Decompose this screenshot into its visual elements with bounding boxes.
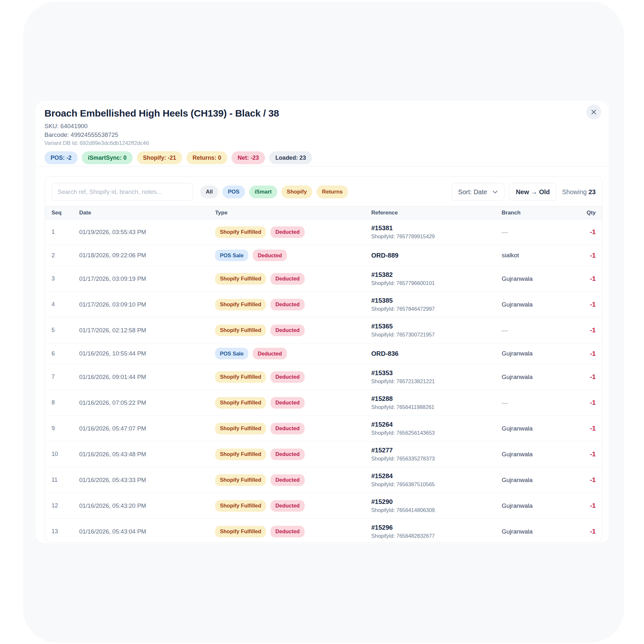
row-type-chips: Shopify FulfilledDeducted [215,325,371,336]
reference-id: #15365 [371,322,502,331]
shopify-id: ShopifyId: 7656411988261 [371,403,502,411]
row-reference: #15296ShopifyId: 7656482832677 [371,523,502,540]
shopify-id: ShopifyId: 7657789915429 [371,233,502,240]
type-chip: Shopify Fulfilled [215,226,266,238]
shopify-id: ShopifyId: 7657213821221 [371,378,502,385]
sort-select-label: Sort: Date [458,188,487,196]
type-chip: Shopify Fulfilled [215,423,266,434]
history-card: AllPOSiSmartShopifyReturns Sort: Date Ne… [45,176,602,543]
table-row: 601/16/2026, 10:55:44 PMPOS SaleDeducted… [45,343,602,364]
row-type-chips: Shopify FulfilledDeducted [215,226,371,238]
row-branch: Gujranwala [502,425,563,432]
close-button[interactable] [586,105,601,119]
row-date: 01/16/2026, 05:47:07 PM [79,425,215,432]
filter-chip-pos[interactable]: POS [223,185,245,198]
row-branch: Gujranwala [502,350,563,357]
filter-chip-returns[interactable]: Returns [317,185,348,198]
row-reference: #15264ShopifyId: 7656256143653 [371,420,502,437]
row-seq: 4 [52,301,79,308]
type-chip: Shopify Fulfilled [215,500,266,512]
history-table-body[interactable]: 101/19/2026, 03:55:43 PMShopify Fulfille… [45,219,602,543]
row-seq: 10 [52,451,79,458]
row-branch: — [502,399,563,406]
table-row: 1201/16/2026, 05:43:20 PMShopify Fulfill… [45,493,602,519]
type-chip: Deducted [270,423,304,434]
row-type-chips: POS SaleDeducted [215,250,371,261]
summary-badges: POS: -2iSmartSync: 0Shopify: -21Returns:… [44,151,597,164]
reference-id: #15296 [371,523,502,532]
reference-id: #15264 [371,420,502,429]
table-row: 301/17/2026, 03:09:19 PMShopify Fulfille… [45,266,602,292]
row-qty: -1 [563,450,596,458]
column-header-qty: Qty [563,210,596,216]
summary-badge: Shopify: -21 [137,151,182,164]
reference-id: #15290 [371,497,502,506]
type-chip: Shopify Fulfilled [215,371,266,383]
row-qty: -1 [563,425,596,432]
row-seq: 1 [52,229,79,235]
type-chip: Deducted [270,273,304,285]
shopify-id: ShopifyId: 7657300721957 [371,331,502,338]
table-header-row: Seq Date Type Reference Branch Qty [45,206,602,219]
row-type-chips: Shopify FulfilledDeducted [215,474,371,486]
table-row: 101/19/2026, 03:55:43 PMShopify Fulfille… [45,219,602,245]
search-input[interactable] [52,183,193,201]
type-chip: Deducted [270,526,304,537]
row-seq: 11 [52,477,79,483]
table-row: 701/16/2026, 09:01:44 PMShopify Fulfille… [45,364,602,390]
row-type-chips: Shopify FulfilledDeducted [215,371,371,383]
filter-chip-all[interactable]: All [200,185,218,198]
row-qty: -1 [563,327,596,334]
showing-value: 23 [589,188,596,195]
row-qty: -1 [563,301,596,308]
column-header-branch: Branch [502,210,563,216]
type-chip: Shopify Fulfilled [215,474,266,486]
type-chip: Deducted [270,474,304,486]
row-date: 01/17/2026, 03:09:10 PM [79,301,215,308]
type-chip: Deducted [270,500,304,512]
toolbar: AllPOSiSmartShopifyReturns Sort: Date Ne… [45,176,602,206]
table-row: 901/16/2026, 05:47:07 PMShopify Fulfille… [45,416,602,441]
type-chip: Deducted [253,250,287,261]
shopify-id: ShopifyId: 7656387510565 [371,481,502,488]
variant-db-id-line: Variant DB Id: 692d99e3dc6db1242ff2dc46 [44,140,597,147]
filter-chip-ismart[interactable]: iSmart [249,185,277,198]
type-chip: Shopify Fulfilled [215,325,266,336]
row-date: 01/16/2026, 10:55:44 PM [79,350,215,357]
row-branch: Gujranwala [502,374,563,381]
row-qty: -1 [563,399,596,406]
row-branch: Gujranwala [502,528,563,535]
row-type-chips: Shopify FulfilledDeducted [215,526,371,537]
row-reference: #15382ShopifyId: 7657796600101 [371,270,502,287]
column-header-reference: Reference [371,210,502,216]
table-row: 1001/16/2026, 05:43:48 PMShopify Fulfill… [45,441,602,467]
type-chip: Deducted [270,371,304,383]
row-seq: 3 [52,275,79,282]
row-seq: 5 [52,327,79,334]
type-chip: Shopify Fulfilled [215,299,266,310]
barcode-line: Barcode: 49924555538725 [44,131,597,138]
row-type-chips: Shopify FulfilledDeducted [215,299,371,310]
type-chip: Deducted [253,348,287,359]
shopify-id: ShopifyId: 7656482832677 [371,532,502,540]
row-date: 01/17/2026, 02:12:58 PM [79,327,215,334]
type-chip: Deducted [270,299,304,310]
row-type-chips: Shopify FulfilledDeducted [215,423,371,434]
type-chip: Deducted [270,325,304,336]
row-branch: — [502,229,563,236]
type-chip: Shopify Fulfilled [215,397,266,409]
reference-id: #15385 [371,296,502,305]
sort-select[interactable]: Sort: Date [451,183,505,201]
showing-label: Showing [562,188,587,195]
summary-badge: POS: -2 [44,151,78,164]
row-branch: sialkot [502,252,563,259]
filter-chip-shopify[interactable]: Shopify [281,185,312,198]
table-row: 501/17/2026, 02:12:58 PMShopify Fulfille… [45,317,602,343]
row-seq: 13 [52,528,79,535]
row-date: 01/16/2026, 07:05:22 PM [79,399,215,406]
sort-order-button[interactable]: New → Old [509,183,557,201]
summary-badge: Loaded: 23 [269,151,312,164]
toolbar-right: Sort: Date New → Old Showing 23 [451,183,596,201]
row-reference: #15381ShopifyId: 7657789915429 [371,224,502,240]
row-branch: Gujranwala [502,451,563,458]
